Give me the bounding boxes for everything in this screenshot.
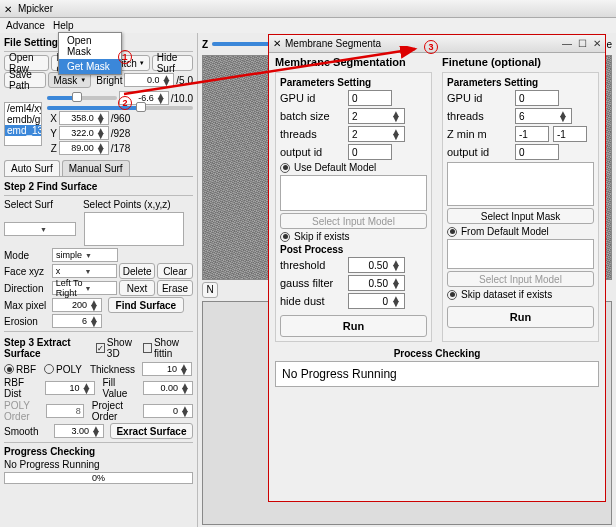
dust-input[interactable]: ▲▼ bbox=[348, 293, 405, 309]
x-spin[interactable]: ▲▼ bbox=[59, 111, 109, 125]
ft-model-text[interactable] bbox=[447, 239, 594, 269]
hdr-right: Finetune (optional) bbox=[442, 56, 599, 68]
menu-help[interactable]: Help bbox=[53, 20, 74, 31]
maximize-icon[interactable]: ☐ bbox=[578, 38, 587, 49]
save-path-button[interactable]: Save Path bbox=[4, 72, 46, 88]
left-panel: File Setting Open Raw Load config Switch… bbox=[0, 33, 198, 527]
projectorder-spin[interactable]: ▲▼ bbox=[143, 404, 193, 418]
ft-select-input-model-button: Select Input Model bbox=[447, 271, 594, 287]
file-item-2[interactable]: emd_13771 bbox=[5, 125, 41, 136]
thickness-spin[interactable]: ▲▼ bbox=[142, 362, 192, 376]
file-list[interactable]: /eml4/xyan/ emdb/gui_re emd_13771 bbox=[4, 102, 42, 146]
app-title: Mpicker bbox=[18, 3, 53, 14]
select-surf-combo[interactable]: ▼ bbox=[4, 222, 76, 236]
bright-label: Bright bbox=[96, 75, 122, 86]
minimize-icon[interactable]: — bbox=[562, 38, 572, 49]
badge-1: 1 bbox=[118, 50, 132, 64]
upper-max: /10.0 bbox=[171, 93, 193, 104]
seg-threads-input[interactable]: ▲▼ bbox=[348, 126, 405, 142]
ft-threads-input[interactable]: ▲▼ bbox=[515, 108, 572, 124]
hdr-left: Membrane Segmentation bbox=[275, 56, 432, 68]
mask-dropdown: Open Mask Get Mask bbox=[58, 32, 122, 75]
proc-status-box: No Progress Running bbox=[275, 361, 599, 387]
select-input-model-button: Select Input Model bbox=[280, 213, 427, 229]
mode-combo[interactable]: simple▼ bbox=[52, 248, 118, 262]
file-item-0[interactable]: /eml4/xyan/ bbox=[5, 103, 41, 114]
rbfdist-spin[interactable]: ▲▼ bbox=[45, 381, 95, 395]
progress-status: No Progress Running bbox=[4, 459, 193, 470]
from-default-radio[interactable] bbox=[447, 227, 457, 237]
seg-run-button[interactable]: Run bbox=[280, 315, 427, 337]
app-titlebar: ✕ Mpicker bbox=[0, 0, 616, 18]
threshold-input[interactable]: ▲▼ bbox=[348, 257, 405, 273]
seg-gpu-input[interactable] bbox=[348, 90, 392, 106]
open-mask-item[interactable]: Open Mask bbox=[59, 33, 121, 59]
select-points-label: Select Points (x,y,z) bbox=[83, 199, 171, 210]
y-spin[interactable]: ▲▼ bbox=[59, 126, 109, 140]
badge-3: 3 bbox=[424, 40, 438, 54]
face-combo[interactable]: x▼ bbox=[52, 264, 118, 278]
delete-button[interactable]: Delete bbox=[119, 263, 155, 279]
polyorder-spin bbox=[46, 404, 84, 418]
seg-output-input[interactable] bbox=[348, 144, 392, 160]
smooth-spin[interactable]: ▲▼ bbox=[54, 424, 104, 438]
menu-advance[interactable]: Advance bbox=[6, 20, 45, 31]
step2-title: Step 2 Find Surface bbox=[4, 181, 193, 192]
bright-spin[interactable]: ▲▼ bbox=[124, 73, 174, 87]
find-surface-button[interactable]: Find Surface bbox=[108, 297, 184, 313]
seg-model-text[interactable] bbox=[280, 175, 427, 211]
membrane-seg-window: ✕ Membrane Segmenta — ☐ ✕ Membrane Segme… bbox=[268, 34, 606, 502]
showfit-check[interactable] bbox=[143, 343, 152, 353]
badge-2: 2 bbox=[118, 96, 132, 110]
poly-radio[interactable] bbox=[44, 364, 54, 374]
finetune-panel: Parameters Setting GPU id threads▲▼ Z mi… bbox=[442, 72, 599, 342]
bright-slider[interactable] bbox=[47, 96, 117, 100]
rbf-radio[interactable] bbox=[4, 364, 14, 374]
seg-batch-input[interactable]: ▲▼ bbox=[348, 108, 405, 124]
ft-run-button[interactable]: Run bbox=[447, 306, 594, 328]
image-nav-button[interactable]: N bbox=[202, 282, 218, 298]
step3-title: Step 3 Extract Surface bbox=[4, 337, 94, 359]
gauss-input[interactable]: ▲▼ bbox=[348, 275, 405, 291]
z-label: Z bbox=[202, 39, 208, 50]
extract-surface-button[interactable]: Exract Surface bbox=[110, 423, 193, 439]
tab-auto-surf[interactable]: Auto Surf bbox=[4, 160, 60, 176]
select-surf-label: Select Surf bbox=[4, 199, 53, 210]
progress-title: Progress Checking bbox=[4, 446, 193, 457]
surf-tabs: Auto Surf Manual Surf bbox=[4, 160, 193, 177]
overlay-title: Membrane Segmenta bbox=[285, 38, 381, 49]
z-spin[interactable]: ▲▼ bbox=[59, 141, 109, 155]
progress-bar: 0% bbox=[4, 472, 193, 484]
get-mask-item[interactable]: Get Mask bbox=[59, 59, 121, 74]
direction-combo[interactable]: Left To Right▼ bbox=[52, 281, 118, 295]
bright-max: /5.0 bbox=[176, 75, 193, 86]
menubar: Advance Help bbox=[0, 18, 616, 33]
hide-surf-button[interactable]: Hide Surf bbox=[152, 55, 193, 71]
seg-panel: Parameters Setting GPU id batch size▲▼ t… bbox=[275, 72, 432, 342]
tab-manual-surf[interactable]: Manual Surf bbox=[62, 160, 130, 176]
ft-zmin-input[interactable] bbox=[515, 126, 549, 142]
ft-zmax-input[interactable] bbox=[553, 126, 587, 142]
points-list[interactable] bbox=[84, 212, 184, 246]
app-icon: ✕ bbox=[4, 4, 14, 14]
ft-output-input[interactable] bbox=[515, 144, 559, 160]
skip-exists-radio[interactable] bbox=[280, 232, 290, 242]
clear-button[interactable]: Clear bbox=[157, 263, 193, 279]
use-default-radio[interactable] bbox=[280, 163, 290, 173]
ft-mask-text[interactable] bbox=[447, 162, 594, 206]
erase-button[interactable]: Erase bbox=[157, 280, 193, 296]
fillvalue-spin[interactable]: ▲▼ bbox=[143, 381, 193, 395]
proc-check-title: Process Checking bbox=[275, 348, 599, 359]
next-button[interactable]: Next bbox=[119, 280, 155, 296]
erosion-spin[interactable]: ▲▼ bbox=[52, 314, 102, 328]
skip-dataset-radio[interactable] bbox=[447, 290, 457, 300]
show3d-check[interactable]: ✓ bbox=[96, 343, 105, 353]
close-icon[interactable]: ✕ bbox=[593, 38, 601, 49]
ft-gpu-input[interactable] bbox=[515, 90, 559, 106]
overlay-icon: ✕ bbox=[273, 38, 281, 49]
maxpixel-spin[interactable]: ▲▼ bbox=[52, 298, 102, 312]
select-input-mask-button[interactable]: Select Input Mask bbox=[447, 208, 594, 224]
file-item-1[interactable]: emdb/gui_re bbox=[5, 114, 41, 125]
